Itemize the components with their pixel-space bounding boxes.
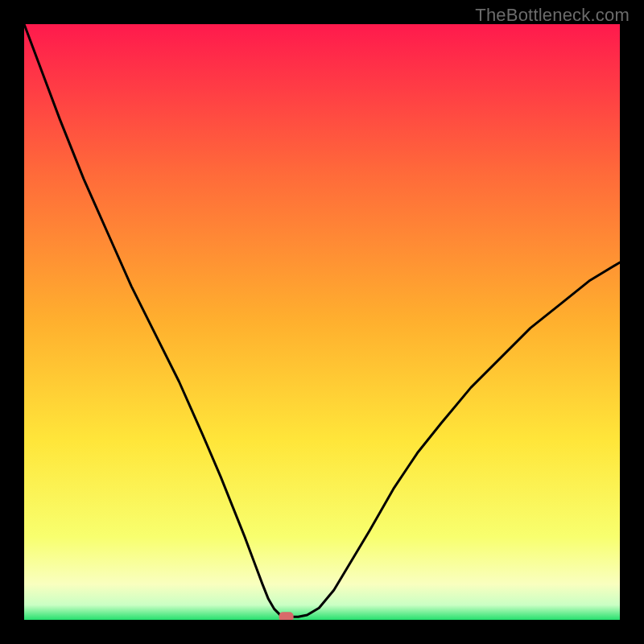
optimal-point	[279, 612, 294, 620]
markers	[279, 612, 294, 620]
chart-plot-area	[24, 24, 620, 620]
chart-svg	[24, 24, 620, 620]
chart-frame: TheBottleneck.com	[0, 0, 644, 644]
watermark-text: TheBottleneck.com	[475, 5, 630, 26]
gradient-background	[24, 24, 620, 620]
